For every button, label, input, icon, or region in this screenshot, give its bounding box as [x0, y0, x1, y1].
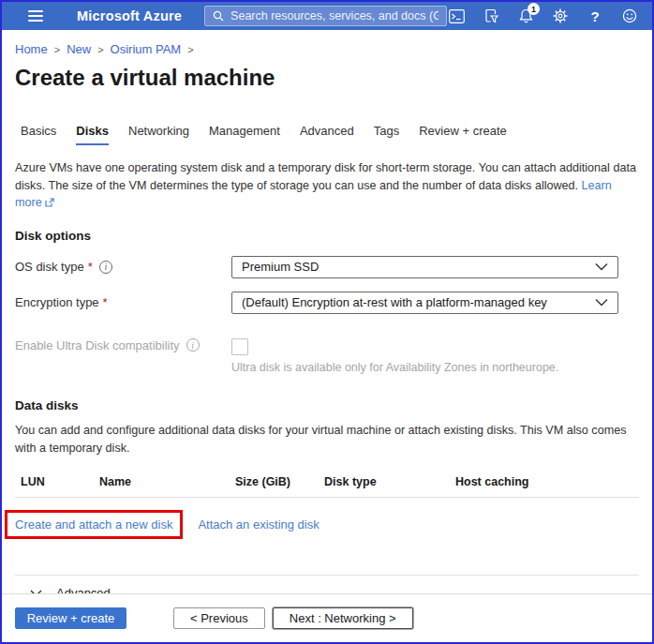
tab-basics[interactable]: Basics: [21, 124, 56, 145]
external-link-icon: [45, 195, 54, 213]
chevron-down-icon: [595, 262, 608, 271]
top-bar: Microsoft Azure 1 ?: [2, 2, 652, 30]
ultra-disk-note: Ultra disk is available only for Availab…: [231, 361, 618, 374]
search-input[interactable]: [230, 9, 438, 22]
settings-gear-icon[interactable]: [551, 7, 570, 25]
azure-portal-window: Microsoft Azure 1 ?: [0, 0, 654, 644]
data-disks-description: You can add and configure additional dat…: [15, 422, 637, 457]
column-lun: LUN: [15, 475, 99, 488]
tab-disks[interactable]: Disks: [76, 124, 109, 145]
breadcrumb: Home > New > Osirium PAM >: [15, 42, 639, 56]
breadcrumb-separator: >: [54, 44, 60, 55]
notifications-bell-icon[interactable]: 1: [516, 7, 535, 25]
column-host-caching: Host caching: [455, 475, 639, 488]
os-disk-type-dropdown[interactable]: Premium SSD: [231, 256, 618, 278]
breadcrumb-osirium-pam[interactable]: Osirium PAM: [111, 42, 182, 56]
next-networking-button[interactable]: Next : Networking >: [273, 607, 413, 629]
tab-networking[interactable]: Networking: [128, 124, 189, 145]
tab-review-create[interactable]: Review + create: [419, 124, 507, 145]
encryption-type-dropdown[interactable]: (Default) Encryption at-rest with a plat…: [231, 292, 618, 314]
cloud-shell-icon[interactable]: [447, 7, 466, 25]
ultra-disk-checkbox: [231, 338, 248, 355]
required-marker: *: [103, 295, 108, 309]
column-name: Name: [99, 475, 235, 488]
review-create-button[interactable]: Review + create: [15, 607, 126, 629]
ultra-disk-label: Enable Ultra Disk compatibility i: [15, 338, 231, 352]
os-disk-type-info-icon[interactable]: i: [99, 261, 112, 274]
os-disk-type-row: OS disk type * i Premium SSD: [15, 256, 618, 278]
breadcrumb-separator: >: [187, 44, 193, 55]
notification-badge: 1: [528, 3, 540, 15]
tab-tags[interactable]: Tags: [374, 124, 399, 145]
breadcrumb-new[interactable]: New: [67, 42, 91, 56]
wizard-tabs: Basics Disks Networking Management Advan…: [21, 124, 639, 145]
os-disk-type-value: Premium SSD: [242, 260, 319, 274]
encryption-type-row: Encryption type * (Default) Encryption a…: [15, 292, 618, 314]
brand-title: Microsoft Azure: [77, 8, 182, 23]
disks-intro-text: Azure VMs have one operating system disk…: [15, 159, 637, 213]
chevron-down-icon: [595, 298, 608, 307]
attach-existing-disk-link[interactable]: Attach an existing disk: [198, 517, 319, 532]
previous-button[interactable]: < Previous: [173, 607, 265, 629]
os-disk-type-label: OS disk type * i: [15, 260, 231, 274]
tab-advanced[interactable]: Advanced: [300, 124, 354, 145]
intro-body: Azure VMs have one operating system disk…: [15, 161, 636, 192]
directory-filter-icon[interactable]: [482, 7, 500, 25]
help-icon[interactable]: ?: [586, 7, 604, 25]
encryption-type-label: Encryption type *: [15, 295, 231, 309]
red-highlight-box: Create and attach a new disk: [5, 510, 183, 539]
ultra-disk-row: Enable Ultra Disk compatibility i Ultra …: [15, 338, 618, 374]
search-icon: [213, 10, 224, 22]
wizard-footer: Review + create < Previous Next : Networ…: [2, 593, 652, 642]
data-disks-actions: Create and attach a new disk Attach an e…: [15, 510, 639, 539]
breadcrumb-home[interactable]: Home: [15, 42, 48, 56]
global-search[interactable]: [204, 6, 447, 26]
column-size: Size (GiB): [235, 475, 324, 488]
disk-options-heading: Disk options: [15, 229, 639, 243]
breadcrumb-separator: >: [97, 44, 103, 55]
feedback-smiley-icon[interactable]: [620, 7, 639, 25]
hamburger-icon[interactable]: [28, 10, 43, 22]
data-disks-table-header: LUN Name Size (GiB) Disk type Host cachi…: [15, 472, 639, 498]
page-title: Create a virtual machine: [15, 65, 639, 91]
column-disk-type: Disk type: [324, 475, 455, 488]
required-marker: *: [88, 260, 93, 274]
tab-management[interactable]: Management: [209, 124, 280, 145]
ultra-disk-info-icon[interactable]: i: [186, 338, 200, 352]
topbar-icon-group: 1 ?: [447, 7, 639, 25]
data-disks-heading: Data disks: [15, 398, 639, 412]
create-attach-new-disk-link[interactable]: Create and attach a new disk: [15, 517, 172, 532]
encryption-type-value: (Default) Encryption at-rest with a plat…: [242, 295, 547, 309]
